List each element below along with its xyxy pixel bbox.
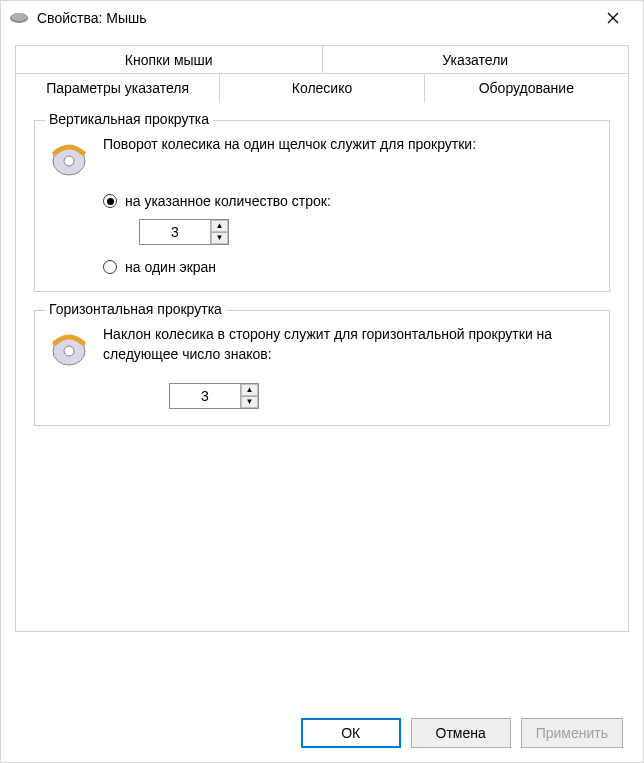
tab-pointers[interactable]: Указатели (323, 45, 630, 74)
ok-button[interactable]: ОК (301, 718, 401, 748)
tab-wheel[interactable]: Колесико (220, 73, 424, 103)
titlebar: Свойства: Мышь (1, 1, 643, 35)
mouse-icon (9, 11, 29, 25)
spin-up-icon[interactable]: ▲ (211, 220, 228, 232)
apply-button[interactable]: Применить (521, 718, 623, 748)
group-title: Горизонтальная прокрутка (45, 301, 226, 317)
horizontal-scroll-group: Горизонтальная прокрутка Наклон колесика… (34, 310, 610, 426)
lines-spinner: ▲ ▼ (139, 219, 229, 245)
radio-screen[interactable]: на один экран (103, 259, 595, 275)
spin-up-icon[interactable]: ▲ (241, 384, 258, 396)
close-icon[interactable] (593, 4, 633, 32)
tab-label: Колесико (292, 80, 352, 96)
vertical-scroll-group: Вертикальная прокрутка Поворот колесика … (34, 120, 610, 292)
tab-label: Параметры указателя (46, 80, 189, 96)
dialog-content: Кнопки мыши Указатели Параметры указател… (1, 35, 643, 642)
chars-spinner-row: ▲ ▼ (169, 383, 595, 409)
mouse-properties-window: Свойства: Мышь Кнопки мыши Указатели Пар… (0, 0, 644, 763)
spin-down-icon[interactable]: ▼ (241, 396, 258, 408)
wheel-vertical-icon (49, 139, 89, 179)
spinner-buttons: ▲ ▼ (210, 220, 228, 244)
tab-label: Указатели (442, 52, 508, 68)
spinner-buttons: ▲ ▼ (240, 384, 258, 408)
svg-point-1 (11, 13, 27, 21)
radio-lines[interactable]: на указанное количество строк: (103, 193, 595, 209)
dialog-button-bar: ОК Отмена Применить (301, 718, 623, 748)
radio-label: на указанное количество строк: (125, 193, 331, 209)
cancel-button[interactable]: Отмена (411, 718, 511, 748)
lines-spinner-row: ▲ ▼ (139, 219, 595, 245)
group-title: Вертикальная прокрутка (45, 111, 213, 127)
lines-input[interactable] (140, 220, 210, 244)
group-description: Наклон колесика в сторону служит для гор… (103, 325, 595, 364)
tab-panel-wheel: Вертикальная прокрутка Поворот колесика … (15, 102, 629, 632)
window-title: Свойства: Мышь (37, 10, 593, 26)
svg-point-5 (64, 156, 74, 166)
tab-label: Оборудование (479, 80, 574, 96)
wheel-horizontal-icon (49, 329, 89, 369)
tab-pointer-options[interactable]: Параметры указателя (15, 73, 220, 103)
radio-label: на один экран (125, 259, 216, 275)
tab-row-top: Кнопки мыши Указатели (15, 45, 629, 74)
group-description: Поворот колесика на один щелчок служит д… (103, 135, 595, 155)
tab-label: Кнопки мыши (125, 52, 213, 68)
radio-icon (103, 260, 117, 274)
svg-point-7 (64, 346, 74, 356)
tab-row-bottom: Параметры указателя Колесико Оборудовани… (15, 73, 629, 103)
spin-down-icon[interactable]: ▼ (211, 232, 228, 244)
chars-input[interactable] (170, 384, 240, 408)
chars-spinner: ▲ ▼ (169, 383, 259, 409)
tab-buttons[interactable]: Кнопки мыши (15, 45, 323, 74)
radio-icon (103, 194, 117, 208)
tab-hardware[interactable]: Оборудование (425, 73, 629, 103)
